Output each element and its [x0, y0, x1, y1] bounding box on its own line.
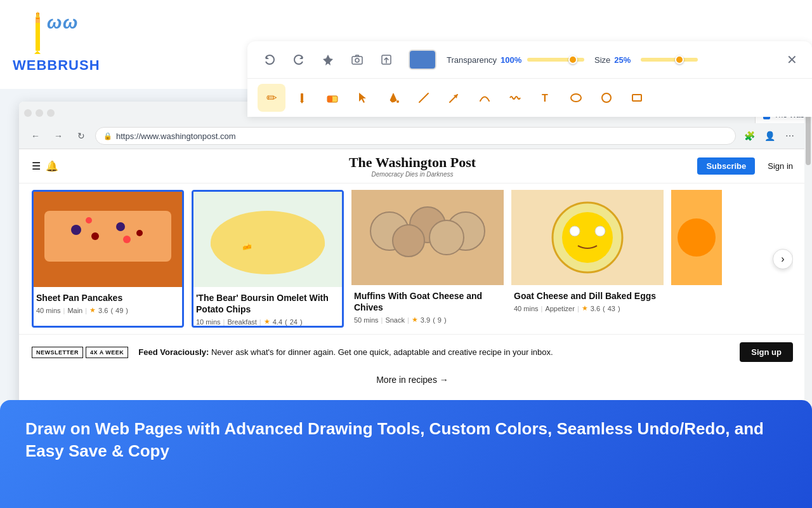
transparency-value: 100%	[501, 55, 523, 65]
svg-point-42	[429, 220, 464, 255]
svg-text:ω: ω	[47, 13, 62, 32]
recipe-image-2: 🧀	[193, 192, 342, 287]
circle-tool[interactable]	[593, 84, 620, 112]
wavy-tool[interactable]	[501, 84, 529, 112]
newsletter-description: Feed Voraciously: Never ask what's for d…	[138, 347, 730, 357]
logo-text: WEBBRUSH	[13, 57, 100, 74]
toolbar-row-1: Transparency 100% Size 25% ✕	[247, 41, 812, 79]
recipe-image-3	[351, 190, 504, 285]
svg-rect-1	[36, 19, 40, 51]
recipe-image-1	[34, 192, 182, 287]
wp-header: ☰ 🔔 The Washington Post Democracy Dies i…	[19, 149, 806, 184]
recipe-cards-container: Sheet Pan Pancakes 40 mins | Main | ★ 3.…	[32, 190, 793, 328]
svg-marker-13	[300, 101, 304, 104]
svg-rect-9	[352, 57, 362, 64]
toolbar-panel: Transparency 100% Size 25% ✕ ✏	[247, 41, 812, 117]
promo-text: Draw on Web Pages with Advanced Drawing …	[25, 418, 787, 462]
newsletter-badge: NEWSLETTER 4X A WEEK	[32, 347, 128, 358]
more-recipes-link[interactable]: More in recipes →	[19, 370, 806, 390]
svg-point-31	[86, 217, 92, 224]
recipe-image-4	[511, 190, 664, 285]
size-slider[interactable]	[641, 58, 698, 62]
lock-icon: 🔒	[103, 132, 112, 140]
recipe-image-5	[671, 190, 722, 285]
camera-button[interactable]	[345, 48, 369, 72]
recipe-card-2[interactable]: 🧀 'The Bear' Boursin Omelet With Potato …	[192, 190, 344, 328]
nav-extra-buttons: 🧩 👤 ⋯	[741, 128, 798, 144]
recipe-card-3[interactable]: Muffins With Goat Cheese and Chives 50 m…	[351, 190, 504, 328]
nav-forward[interactable]: →	[49, 127, 67, 145]
recipe-card-1[interactable]: Sheet Pan Pancakes 40 mins | Main | ★ 3.…	[32, 190, 184, 328]
rect-tool[interactable]	[623, 84, 651, 112]
signup-button[interactable]: Sign up	[740, 342, 793, 362]
svg-marker-0	[34, 51, 41, 54]
svg-point-41	[393, 225, 424, 257]
extensions-btn[interactable]: 🧩	[741, 128, 757, 144]
select-tool[interactable]	[349, 84, 377, 112]
recipe-title-1: Sheet Pan Pancakes	[36, 292, 180, 304]
recipe-title-4: Goat Cheese and Dill Baked Eggs	[514, 290, 661, 302]
size-label: Size	[594, 55, 610, 65]
fill-tool[interactable]	[379, 84, 407, 112]
address-bar[interactable]: 🔒 https://www.washingtonpost.com	[95, 127, 736, 145]
transparency-group: Transparency 100%	[447, 55, 584, 65]
svg-rect-35	[211, 236, 325, 252]
scrollbar-thumb[interactable]	[806, 114, 811, 165]
newsletter-badge-2: 4X A WEEK	[86, 347, 128, 358]
export-button[interactable]	[374, 48, 398, 72]
transparency-slider[interactable]	[527, 58, 584, 62]
svg-line-18	[419, 93, 428, 102]
profile-btn[interactable]: 👤	[761, 128, 778, 144]
signin-link[interactable]: Sign in	[768, 161, 793, 171]
svg-rect-15	[327, 96, 332, 102]
recipe-meta-1: 40 mins | Main | ★ 3.6 (49)	[36, 306, 180, 314]
recipe-card-4[interactable]: Goat Cheese and Dill Baked Eggs 40 mins …	[511, 190, 664, 328]
logo-icon: ω ω	[25, 6, 88, 57]
undo-button[interactable]	[258, 48, 282, 72]
recipe-meta-3: 50 mins | Snack | ★ 3.9 (9)	[354, 316, 501, 324]
size-thumb	[675, 55, 684, 64]
svg-point-27	[71, 225, 81, 235]
toolbar-row-2: ✏ T	[247, 79, 812, 117]
pencil-tool[interactable]: ✏	[258, 84, 285, 112]
arrow-tool[interactable]	[440, 84, 468, 112]
svg-point-23	[602, 93, 611, 102]
recipe-card-5[interactable]	[671, 190, 722, 328]
next-recipe-button[interactable]: ›	[773, 249, 793, 269]
promo-banner: Draw on Web Pages with Advanced Drawing …	[0, 400, 812, 508]
wp-logo: The Washington Post	[222, 154, 603, 171]
recipe-title-2: 'The Bear' Boursin Omelet With Potato Ch…	[196, 292, 339, 315]
nav-back[interactable]: ←	[27, 127, 44, 145]
line-tool[interactable]	[410, 84, 438, 112]
svg-point-30	[136, 230, 143, 236]
svg-point-47	[595, 226, 605, 236]
recipe-title-3: Muffins With Goat Cheese and Chives	[354, 290, 501, 313]
pin-button[interactable]	[316, 48, 340, 72]
svg-point-46	[570, 226, 580, 236]
svg-point-49	[678, 218, 716, 257]
curve-tool[interactable]	[471, 84, 499, 112]
color-swatch[interactable]	[409, 50, 436, 70]
svg-point-22	[571, 94, 581, 102]
wp-tagline: Democracy Dies in Darkness	[222, 171, 603, 178]
recipe-section: Sheet Pan Pancakes 40 mins | Main | ★ 3.…	[19, 184, 806, 334]
svg-point-29	[116, 222, 125, 231]
browser-nav: ← → ↻ 🔒 https://www.washingtonpost.com 🧩…	[19, 123, 806, 149]
svg-rect-12	[301, 93, 303, 101]
svg-rect-24	[632, 95, 641, 101]
marker-tool[interactable]	[288, 84, 316, 112]
svg-rect-26	[44, 211, 171, 262]
nav-refresh[interactable]: ↻	[72, 127, 90, 145]
hamburger-menu[interactable]: ☰	[32, 160, 41, 172]
eraser-tool[interactable]	[318, 84, 346, 112]
notifications-btn[interactable]: 🔔	[46, 160, 58, 172]
menu-btn[interactable]: ⋯	[782, 128, 798, 144]
svg-point-28	[91, 232, 99, 240]
newsletter-badge-1: NEWSLETTER	[32, 347, 83, 358]
redo-button[interactable]	[287, 48, 311, 72]
close-button[interactable]: ✕	[782, 50, 802, 70]
ellipse-tool[interactable]	[562, 84, 590, 112]
subscribe-button[interactable]: Subscribe	[697, 157, 755, 175]
text-tool[interactable]: T	[532, 84, 560, 112]
size-value: 25%	[614, 55, 637, 65]
